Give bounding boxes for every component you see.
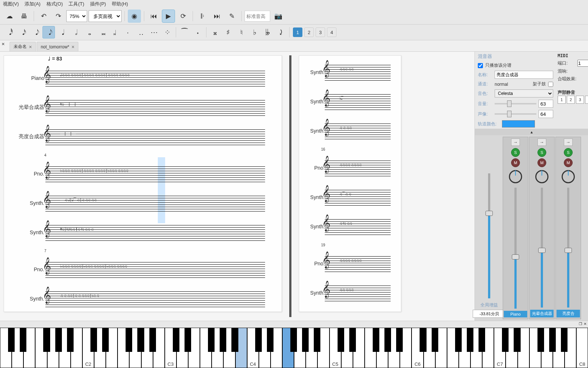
staff[interactable]: — | — | — <box>45 128 265 146</box>
close-icon[interactable]: × <box>71 44 74 50</box>
piano-black-key[interactable] <box>420 328 426 352</box>
double-sharp-icon[interactable]: 𝄪 <box>209 26 221 38</box>
note-breve-icon[interactable]: 𝅜 <box>95 26 108 38</box>
piano-black-key[interactable] <box>349 328 356 352</box>
piano-black-key[interactable] <box>549 328 556 352</box>
mute-button[interactable]: M <box>564 158 573 167</box>
piano-black-key[interactable] <box>479 328 485 352</box>
rewind-icon[interactable]: ⏮ <box>147 10 160 23</box>
staff[interactable]: ♭♫♫♫ ♫♫♫♫ | ♫♫♫♫ ♫♫♫♫ | ♭♫♫♫ ♫♫♫♫ <box>45 165 265 183</box>
piano-white-key[interactable] <box>529 328 541 368</box>
pan-knob[interactable] <box>562 170 575 183</box>
piano-black-key[interactable] <box>8 328 15 352</box>
print-icon[interactable]: 🖶 <box>18 10 31 23</box>
close-icon[interactable]: ✕ <box>584 322 587 326</box>
piano-black-key[interactable] <box>537 328 544 352</box>
staff[interactable]: ♫ ♫ ♫♫ | ♫ ♫ ♫♫♫ | ♭♫ ♫ <box>45 290 265 308</box>
staff[interactable]: ♫♫♫♫ ♫♫♫♫ <box>325 159 391 177</box>
piano-white-key[interactable] <box>0 328 12 368</box>
loop-icon[interactable]: ⟳ <box>176 10 190 23</box>
pan-input[interactable] <box>539 110 553 118</box>
mute-voice-4[interactable]: 4 <box>585 96 588 104</box>
mute-voice-3[interactable]: 3 <box>576 96 584 104</box>
drum-checkbox[interactable] <box>548 82 553 87</box>
mute-voice-2[interactable]: 2 <box>567 96 575 104</box>
volume-input[interactable] <box>539 100 553 108</box>
track-color-swatch[interactable] <box>502 120 535 128</box>
piano-white-key[interactable]: C3 <box>165 328 176 368</box>
cloud-icon[interactable]: ☁ <box>3 10 16 23</box>
score-canvas[interactable]: ♩ = 83 Piano ♩♫♫♫ ♫♫♫♫ | ♫♫♫♫ ♫♫♫♫ | ♫♫♫… <box>0 52 475 321</box>
double-dot-icon[interactable]: ‥ <box>135 26 147 38</box>
menu-help[interactable]: 帮助(H) <box>112 1 128 7</box>
piano-black-key[interactable] <box>338 328 344 352</box>
note-longa-icon[interactable]: 𝆷 <box>108 26 121 38</box>
piano-black-key[interactable] <box>67 328 74 352</box>
expand-icon[interactable]: → <box>511 139 520 146</box>
piano-black-key[interactable] <box>267 328 273 352</box>
tab-close-all[interactable]: ✕ <box>1 42 9 51</box>
staff[interactable]: ♫⁀♫ ♫ <box>325 188 391 206</box>
fader-slider[interactable] <box>567 188 569 308</box>
staff[interactable]: ♭𝅝⁀ <box>325 92 391 111</box>
menu-add[interactable]: 添加(A) <box>25 1 40 7</box>
play-part-checkbox[interactable] <box>478 63 483 68</box>
voice-3-button[interactable]: 3 <box>316 27 325 37</box>
double-flat-icon[interactable]: 𝄫 <box>261 26 274 38</box>
piano-black-key[interactable] <box>231 328 238 352</box>
piano-black-key[interactable] <box>502 328 509 352</box>
master-fader-slider[interactable] <box>488 173 490 298</box>
piano-white-key[interactable]: C6 <box>412 328 423 368</box>
piano-white-key[interactable]: C2 <box>82 328 94 368</box>
solo-button[interactable]: S <box>564 148 573 157</box>
piano-black-key[interactable] <box>102 328 109 352</box>
voice-1-button[interactable]: 1 <box>293 27 302 37</box>
piano-black-key[interactable] <box>137 328 144 352</box>
menu-plugins[interactable]: 插件(P) <box>90 1 106 7</box>
piano-black-key[interactable] <box>126 328 132 352</box>
piano-white-key[interactable] <box>200 328 212 368</box>
menu-view[interactable]: 视图(V) <box>3 1 19 7</box>
note-whole-icon[interactable]: 𝅝 <box>82 26 94 38</box>
fader-slider[interactable] <box>541 188 543 308</box>
piano-black-key[interactable] <box>314 328 320 352</box>
staff[interactable]: 𝄽 𝄽 𝄽 ♫ | 𝄽 ♫𝄽 ♫♫ 𝄽 | ♫ 𝄽 ♫ ♫♫ ♫ <box>45 223 265 242</box>
staff[interactable]: ♫♫♫ ♫♫ <box>325 63 391 81</box>
sharp-icon[interactable]: ♯ <box>222 26 234 38</box>
piano-black-key[interactable] <box>255 328 262 352</box>
piano-black-key[interactable] <box>208 328 215 352</box>
menu-format[interactable]: 格式(O) <box>46 1 63 7</box>
piano-black-key[interactable] <box>455 328 462 352</box>
master-gain-input[interactable] <box>473 310 506 318</box>
solo-button[interactable]: S <box>511 148 520 157</box>
piano-black-key[interactable] <box>396 328 403 352</box>
port-input[interactable] <box>577 60 588 67</box>
piano-white-key[interactable]: C5 <box>330 328 341 368</box>
piano-black-key[interactable] <box>514 328 520 352</box>
tie-icon[interactable]: ⁀ <box>178 26 191 38</box>
undo-icon[interactable]: ↶ <box>37 10 50 23</box>
note-16th-icon[interactable]: 𝅘𝅥𝅮 <box>29 26 42 38</box>
mute-voice-1[interactable]: 1 <box>558 96 566 104</box>
piano-black-key[interactable] <box>20 328 26 352</box>
piano-black-key[interactable] <box>43 328 50 352</box>
tab-untitled[interactable]: 未命名× <box>10 42 36 51</box>
repeat-end-icon[interactable]: ⏭ <box>211 10 224 23</box>
piano-black-key[interactable] <box>173 328 179 352</box>
camera-icon[interactable]: 📷 <box>272 10 285 23</box>
piano-white-key[interactable] <box>447 328 459 368</box>
quad-dot-icon[interactable]: ⁘ <box>161 26 174 38</box>
piano-white-key[interactable] <box>282 328 294 368</box>
voice-4-button[interactable]: 4 <box>327 27 336 37</box>
tab-not-tomorrow[interactable]: not_tomorrow*× <box>37 42 78 51</box>
piano-black-key[interactable] <box>373 328 379 352</box>
staff[interactable]: ♫♫ ♫♫♫ <box>325 284 391 302</box>
piano-black-key[interactable] <box>302 328 309 352</box>
collapse-icon[interactable]: ▴ <box>475 129 588 135</box>
piano-black-key[interactable] <box>561 328 567 352</box>
pan-slider[interactable] <box>495 113 536 115</box>
piano-white-key[interactable] <box>365 328 376 368</box>
view-mode-select[interactable]: 多页面视图 <box>89 10 122 22</box>
zoom-select[interactable]: 75% <box>66 10 87 22</box>
close-icon[interactable]: × <box>29 44 32 50</box>
